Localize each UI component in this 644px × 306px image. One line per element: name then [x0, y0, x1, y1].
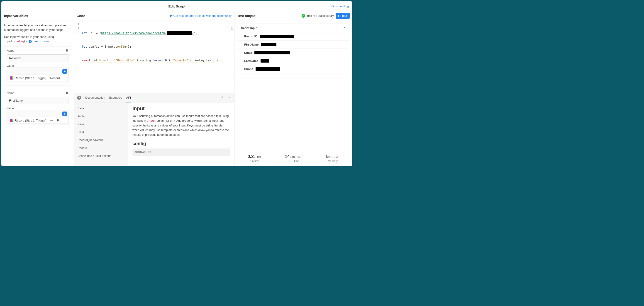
input-variable-card: Name Value + Record (Step 1: Trigger) — [4, 89, 71, 128]
add-value-button[interactable]: + — [62, 69, 67, 74]
docs-paragraph: Your scripting automation action can use… — [132, 114, 230, 137]
script-input-row: Phone — [238, 65, 349, 73]
code-content[interactable]: let url = "https://hooks.zapier.com/hook… — [82, 20, 234, 93]
name-label: Name — [6, 49, 14, 52]
input-variables-body: Input variables let you use values from … — [1, 20, 74, 166]
token-step-label: Record (Step 1: Trigger) — [15, 76, 46, 80]
value-token-row: Record (Step 1: Trigger) ••• Fir — [8, 117, 67, 124]
docs-heading-config: config — [132, 141, 230, 146]
input-variables-description-2: Use input variables in your code using i… — [4, 35, 71, 43]
code-header-title: Code — [77, 14, 85, 18]
finish-editing-link[interactable]: Finish editing — [331, 4, 349, 8]
delete-variable-button[interactable] — [65, 49, 68, 53]
script-input-value-redacted — [260, 35, 294, 38]
tab-documentation[interactable]: Documentation — [85, 93, 105, 102]
docs-code-input: input — [147, 119, 156, 122]
script-input-row: Email — [238, 49, 349, 57]
delete-variable-button[interactable] — [65, 91, 68, 95]
line-number: 3 — [78, 31, 79, 35]
script-input-card: Script input RecordID FirstName — [238, 23, 349, 73]
more-icon: ••• — [50, 119, 54, 122]
search-icon — [221, 96, 224, 99]
metric-limit: 512 — [330, 155, 336, 159]
docs-search-button[interactable] — [221, 96, 224, 99]
value-token-row: Record (Step 1: Trigger) Record — [8, 75, 67, 81]
variable-name-input[interactable] — [6, 54, 68, 62]
docs-signature-box: SIGNATURE — [132, 148, 230, 156]
value-token-field[interactable]: Fir — [55, 117, 62, 124]
chevron-down-icon — [343, 26, 346, 30]
name-label: Name — [6, 91, 14, 95]
tab-api[interactable]: API — [126, 93, 131, 102]
variable-value-box[interactable]: + Record (Step 1: Trigger) ••• Fir — [6, 110, 68, 125]
metric-unit: MB — [336, 156, 340, 158]
people-icon — [169, 14, 172, 17]
docs-sidebar: Base Table View Field RecordQueryResult … — [74, 102, 128, 166]
value-token-step[interactable]: Record (Step 1: Trigger) — [8, 75, 48, 81]
input-variable-card: Name Value + Record (Step 1: Trigger) — [4, 46, 71, 85]
script-input-key: RecordID — [244, 35, 257, 38]
value-token-more[interactable]: ••• — [48, 117, 55, 124]
community-help-label: Get help or share scripts with the commu… — [174, 14, 232, 17]
docs-side-item-recordqueryresult[interactable]: RecordQueryResult — [74, 136, 128, 144]
docs-help-icon[interactable]: ? — [77, 96, 81, 100]
test-output-header: Test output ✓ Test ran successfully ▶ Te… — [234, 11, 352, 20]
trash-icon — [65, 49, 68, 52]
metric-unit: S — [259, 156, 261, 158]
tab-examples[interactable]: Examples — [109, 93, 122, 102]
docs-side-item-view[interactable]: View — [74, 120, 128, 128]
script-input-value-redacted — [254, 51, 290, 54]
value-token-step[interactable]: Record (Step 1: Trigger) — [8, 117, 48, 124]
run-test-button[interactable]: ▶ Test — [336, 13, 350, 19]
variable-name-input[interactable] — [6, 97, 68, 104]
name-row: Name — [6, 49, 68, 53]
script-input-key: LastName — [244, 59, 258, 62]
learn-more-link[interactable]: Learn more — [34, 40, 48, 43]
metric-caption: Memory — [328, 160, 338, 163]
help-icon[interactable]: ? — [28, 40, 32, 43]
edit-script-window: Edit Script Finish editing Input variabl… — [1, 1, 352, 166]
airtable-icon — [10, 119, 14, 122]
code-panel: Code Get help or share scripts with the … — [74, 11, 234, 166]
variable-value-box[interactable]: + Record (Step 1: Trigger) Record — [6, 67, 68, 83]
test-button-label: Test — [342, 14, 347, 17]
metric-caption: CPU time — [288, 160, 299, 163]
token-field-label: Fir — [57, 119, 60, 122]
metric-memory: 5/512MB Memory — [313, 150, 352, 166]
name-row: Name — [6, 91, 68, 95]
script-input-row: FirstName — [238, 40, 349, 49]
metric-value: 0.2 — [248, 154, 254, 159]
add-value-button[interactable]: + — [62, 111, 67, 116]
docs-side-item-table[interactable]: Table — [74, 112, 128, 120]
metric-value: 5 — [326, 154, 328, 159]
script-input-row: RecordID — [238, 32, 349, 40]
test-status-text: Test ran successfully — [306, 14, 334, 17]
script-input-title: Script input — [241, 26, 257, 30]
token-step-label: Record (Step 1: Trigger) — [15, 119, 46, 122]
input-variables-panel: Input variables Input variables let you … — [1, 11, 74, 166]
docs-side-item-base[interactable]: Base — [74, 104, 128, 112]
test-status: ✓ Test ran successfully — [302, 14, 334, 18]
metric-value-row: 5/512MB — [326, 154, 339, 159]
docs-side-item-cell-values[interactable]: Cell values & field options — [74, 152, 128, 160]
script-input-header[interactable]: Script input — [238, 24, 349, 32]
docs-side-item-record[interactable]: Record — [74, 144, 128, 152]
docs-collapse-button[interactable] — [228, 96, 231, 99]
docs-side-item-field[interactable]: Field — [74, 128, 128, 136]
metric-limit: 30 — [256, 155, 259, 159]
airtable-icon — [10, 76, 14, 79]
script-input-value-redacted — [256, 67, 280, 71]
script-input-value-redacted — [261, 43, 276, 46]
line-number: 1 — [78, 22, 79, 26]
test-output-body: Script input RecordID FirstName — [234, 20, 352, 150]
community-help-link[interactable]: Get help or share scripts with the commu… — [169, 14, 232, 17]
code-line: await fetch(url + "?RecordID=" + config.… — [82, 58, 234, 62]
docs-tabs: ? Documentation Examples API — [74, 93, 234, 102]
line-number: 2 — [78, 26, 79, 31]
input-variables-title: Input variables — [4, 14, 28, 18]
docs-body: Base Table View Field RecordQueryResult … — [74, 102, 234, 166]
token-field-label: Record — [50, 76, 60, 80]
code-editor[interactable]: 1 2 3 let url = "https://hooks.zapier.co… — [74, 20, 234, 93]
script-input-row: LastName — [238, 57, 349, 65]
value-token-field[interactable]: Record — [48, 75, 62, 81]
